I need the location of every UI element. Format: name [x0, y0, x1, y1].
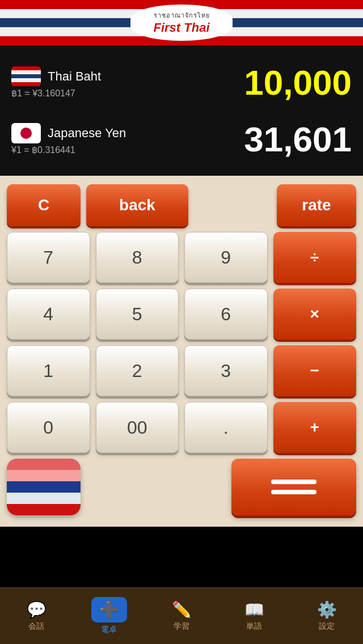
- number-grid: 7 8 9 ÷ 4 5 6 × 1 2 3 − 0 00 . +: [7, 232, 356, 453]
- dot-button[interactable]: .: [184, 402, 268, 453]
- tab-calc[interactable]: ➕ 電卓: [73, 588, 145, 644]
- num8-button[interactable]: 8: [96, 232, 179, 283]
- tab-chat-label: 会話: [28, 621, 44, 632]
- num0-button[interactable]: 0: [7, 402, 90, 453]
- currency-name-row-1: Thai Baht: [11, 66, 101, 87]
- tab-settings-label: 設定: [319, 621, 335, 632]
- currency2-name: Japanese Yen: [48, 126, 126, 141]
- tab-words[interactable]: 📖 単語: [218, 588, 290, 644]
- divide-button[interactable]: ÷: [273, 232, 357, 283]
- rate-button[interactable]: rate: [277, 184, 356, 226]
- multiply-button[interactable]: ×: [273, 289, 357, 340]
- equals-line-bottom: [271, 490, 316, 494]
- currency1-value: 10,000: [244, 62, 352, 103]
- clear-button[interactable]: C: [7, 184, 81, 226]
- tab-study[interactable]: ✏️ 学習: [145, 588, 218, 644]
- equals-button[interactable]: [231, 459, 356, 515]
- num9-button[interactable]: 9: [184, 232, 268, 283]
- currency-display: Thai Baht ฿1 = ¥3.160147 10,000 Japanese…: [0, 45, 363, 176]
- bottom-row: [7, 459, 356, 521]
- tab-calc-label: 電卓: [101, 625, 117, 635]
- tab-settings[interactable]: ⚙️ 設定: [290, 588, 363, 644]
- currency1-rate: ฿1 = ¥3.160147: [11, 88, 101, 99]
- tab-bar: 💬 会話 ➕ 電卓 ✏️ 学習 📖 単語 ⚙️ 設定: [0, 587, 363, 644]
- tab-words-label: 単語: [246, 621, 262, 632]
- logo-badge: ราชอาณาจักรไทย First Thai: [130, 5, 233, 41]
- logo-first-thai: First Thai: [153, 20, 209, 35]
- num7-button[interactable]: 7: [7, 232, 90, 283]
- equals-icon: [271, 480, 316, 494]
- currency1-name: Thai Baht: [48, 69, 101, 84]
- num6-button[interactable]: 6: [184, 289, 268, 340]
- num3-button[interactable]: 3: [184, 345, 268, 396]
- currency2-value: 31,601: [244, 119, 352, 159]
- settings-icon: ⚙️: [317, 600, 337, 619]
- num2-button[interactable]: 2: [96, 345, 179, 396]
- minus-button[interactable]: −: [273, 345, 357, 396]
- plus-button[interactable]: +: [273, 402, 357, 453]
- words-icon: 📖: [244, 600, 264, 619]
- tab-study-label: 学習: [174, 621, 189, 632]
- chat-icon: 💬: [27, 600, 47, 619]
- tab-calc-active-bg: ➕: [91, 597, 127, 622]
- calc-area: C back rate 7 8 9 ÷ 4 5 6 × 1 2 3 − 0 00…: [0, 176, 363, 527]
- currency-name-row-2: Japanese Yen: [11, 123, 126, 143]
- thai-flag-icon: [11, 66, 41, 87]
- top-btn-row: C back rate: [7, 184, 356, 226]
- tab-chat[interactable]: 💬 会話: [0, 588, 73, 644]
- calc-icon: ➕: [99, 600, 119, 619]
- num5-button[interactable]: 5: [96, 289, 179, 340]
- japan-flag-icon: [11, 123, 41, 143]
- study-icon: ✏️: [172, 600, 192, 619]
- back-button[interactable]: back: [86, 184, 188, 226]
- currency2-rate: ¥1 = ฿0.316441: [11, 145, 126, 155]
- currency-row-1: Thai Baht ฿1 = ¥3.160147 10,000: [11, 62, 352, 103]
- logo-thai-text: ราชอาณาจักรไทย: [154, 10, 210, 20]
- currency-left-1: Thai Baht ฿1 = ¥3.160147: [11, 66, 101, 99]
- equals-line-top: [271, 480, 316, 484]
- currency-row-2: Japanese Yen ¥1 = ฿0.316441 31,601: [11, 119, 352, 159]
- currency-left-2: Japanese Yen ¥1 = ฿0.316441: [11, 123, 126, 155]
- num1-button[interactable]: 1: [7, 345, 90, 396]
- header: ราชอาณาจักรไทย First Thai: [0, 0, 363, 45]
- num00-button[interactable]: 00: [96, 402, 179, 453]
- thai-flag-btn[interactable]: [7, 459, 81, 515]
- num4-button[interactable]: 4: [7, 289, 90, 340]
